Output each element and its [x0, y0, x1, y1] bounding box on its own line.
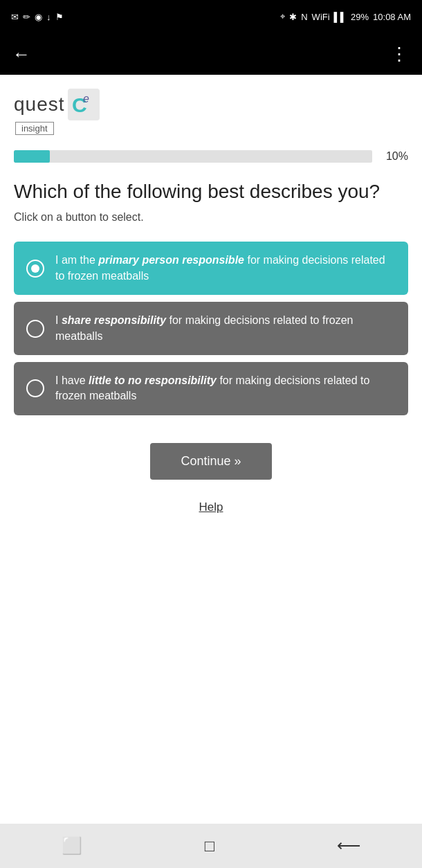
option-3-text: I have little to no responsibility for m…	[55, 373, 396, 404]
download-icon: ↓	[46, 12, 51, 22]
edit-icon: ✏	[23, 12, 30, 22]
logo-main: quest C e	[14, 89, 100, 120]
menu-button[interactable]: ⋮	[390, 44, 410, 65]
option-1-text: I am the primary person responsible for …	[55, 253, 396, 284]
flag-icon: ⚑	[55, 12, 64, 22]
help-link[interactable]: Help	[199, 500, 223, 514]
question-instruction: Click on a button to select.	[14, 211, 408, 224]
app-icon: ◉	[35, 12, 42, 22]
bluetooth-icon: ✱	[289, 12, 297, 22]
notification-icon: ✉	[11, 12, 19, 22]
progress-fill	[14, 150, 50, 163]
options-list: I am the primary person responsible for …	[14, 242, 408, 415]
back-button[interactable]: ←	[12, 44, 30, 65]
time-label: 10:08 AM	[373, 12, 411, 22]
home-icon[interactable]: □	[205, 836, 215, 856]
logo-area: quest C e insight	[14, 89, 408, 135]
progress-label: 10%	[380, 150, 408, 163]
content-area: quest C e insight 10% Which of the follo…	[0, 75, 422, 824]
status-bar-left: ✉ ✏ ◉ ↓ ⚑	[11, 12, 64, 22]
signal-icon: ▌▌	[334, 12, 347, 22]
bottom-bar: ⬜ □ ⟵	[0, 824, 422, 868]
progress-row: 10%	[14, 150, 408, 163]
radio-2	[26, 320, 44, 338]
logo-icon: C e	[68, 89, 100, 120]
option-2-button[interactable]: I share responsibility for making decisi…	[14, 302, 408, 355]
status-bar-right: ⌖ ✱ N WiFi ▌▌ 29% 10:08 AM	[280, 11, 411, 22]
continue-button[interactable]: Continue »	[150, 443, 271, 480]
recent-apps-icon[interactable]: ⬜	[62, 836, 82, 856]
option-2-text: I share responsibility for making decisi…	[55, 313, 396, 344]
nav-bar: ← ⋮	[0, 33, 422, 75]
logo-text: quest	[14, 93, 65, 116]
radio-3	[26, 379, 44, 397]
svg-text:e: e	[83, 93, 89, 105]
wifi-icon: WiFi	[312, 12, 330, 22]
network-icon: N	[301, 12, 307, 22]
help-area: Help	[14, 500, 408, 514]
status-bar: ✉ ✏ ◉ ↓ ⚑ ⌖ ✱ N WiFi ▌▌ 29% 10:08 AM	[0, 0, 422, 33]
location-icon: ⌖	[280, 11, 285, 22]
radio-1	[26, 260, 44, 278]
progress-track	[14, 150, 372, 163]
logo-container: quest C e insight	[14, 89, 408, 135]
option-1-button[interactable]: I am the primary person responsible for …	[14, 242, 408, 295]
option-3-button[interactable]: I have little to no responsibility for m…	[14, 362, 408, 415]
question-title: Which of the following best describes yo…	[14, 179, 408, 204]
logo-insight-label: insight	[15, 122, 54, 135]
back-icon[interactable]: ⟵	[337, 836, 360, 856]
battery-label: 29%	[351, 12, 369, 22]
continue-area: Continue »	[14, 443, 408, 480]
